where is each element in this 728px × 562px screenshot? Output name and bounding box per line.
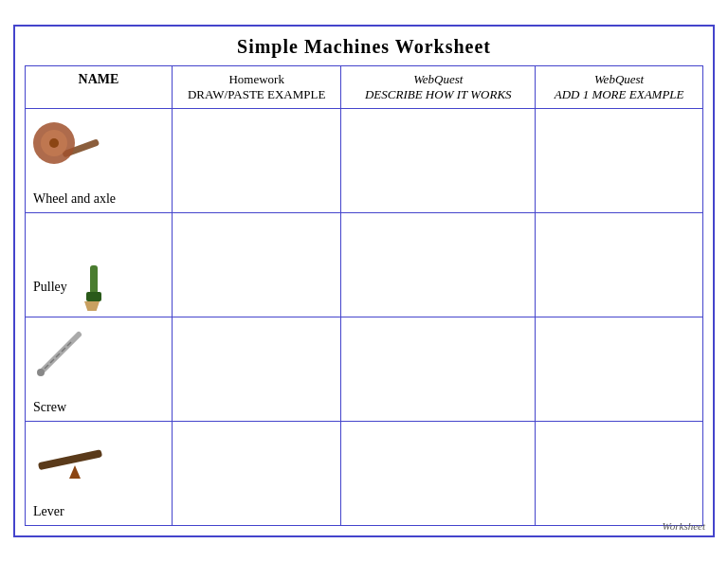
table-row: Wheel and axle	[26, 109, 703, 213]
worksheet-title: Simple Machines Worksheet	[25, 36, 703, 58]
worksheet-container: Simple Machines Worksheet NAME HomeworkD…	[13, 25, 715, 537]
table-row: Screw	[26, 317, 703, 422]
screw-icon-area	[33, 325, 85, 381]
wheel-axle-label: Wheel and axle	[33, 191, 116, 207]
screw-wq2-cell[interactable]	[536, 317, 703, 422]
watermark-label: Worksheet	[663, 520, 705, 532]
pulley-hw-cell[interactable]	[173, 213, 341, 317]
pulley-icon	[71, 263, 114, 311]
svg-marker-6	[84, 301, 100, 311]
table-row: Lever	[26, 422, 703, 526]
screw-hw-cell[interactable]	[173, 317, 341, 422]
lever-icon	[33, 429, 109, 481]
screw-name-cell: Screw	[26, 317, 173, 422]
svg-point-3	[49, 138, 59, 148]
svg-point-14	[37, 369, 45, 376]
col-header-hw: HomeworkDRAW/PASTE EXAMPLE	[173, 66, 341, 109]
wheel-axle-wq1-cell[interactable]	[341, 109, 536, 213]
wheel-axle-icon-area	[33, 117, 104, 187]
wheel-axle-icon	[33, 117, 104, 183]
lever-wq2-cell[interactable]	[536, 422, 703, 526]
screw-label: Screw	[33, 400, 66, 415]
lever-name-cell: Lever	[26, 422, 173, 526]
col-header-wq2: WebQuestADD 1 MORE EXAMPLE	[536, 66, 703, 109]
wheel-axle-hw-cell[interactable]	[173, 109, 341, 213]
lever-hw-cell[interactable]	[173, 422, 341, 526]
pulley-wq1-cell[interactable]	[341, 213, 536, 317]
worksheet-table: NAME HomeworkDRAW/PASTE EXAMPLE WebQuest…	[25, 65, 703, 526]
table-row: Pulley	[26, 213, 703, 317]
lever-label: Lever	[33, 504, 64, 519]
lever-wq1-cell[interactable]	[341, 422, 536, 526]
wheel-axle-wq2-cell[interactable]	[536, 109, 703, 213]
svg-rect-15	[38, 449, 102, 470]
svg-marker-16	[69, 465, 81, 479]
pulley-row-content: Pulley	[33, 256, 164, 311]
pulley-name-cell: Pulley	[26, 213, 173, 317]
lever-icon-area	[33, 429, 109, 485]
col-header-name: NAME	[26, 66, 173, 109]
screw-icon	[33, 325, 85, 377]
screw-wq1-cell[interactable]	[341, 317, 536, 422]
header-row: NAME HomeworkDRAW/PASTE EXAMPLE WebQuest…	[26, 66, 703, 109]
pulley-label: Pulley	[33, 280, 67, 295]
wheel-axle-name-cell: Wheel and axle	[26, 109, 173, 213]
col-header-wq1: WebQuestDESCRIBE HOW IT WORKS	[341, 66, 536, 109]
svg-rect-4	[90, 265, 98, 294]
pulley-wq2-cell[interactable]	[536, 213, 703, 317]
svg-rect-5	[86, 292, 101, 301]
